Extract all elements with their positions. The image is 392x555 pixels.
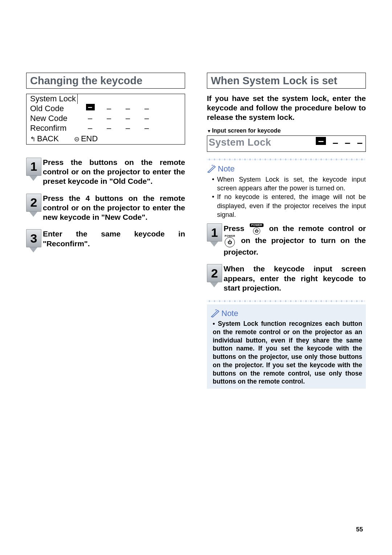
step-text: When the keycode input screen appears, e… [224,264,366,293]
intro-text: If you have set the system lock, enter t… [207,94,366,122]
step-chip: 2 [26,194,41,222]
page-number: 55 [356,526,363,533]
osd-end: ⊝END [74,134,98,143]
dotted-divider [207,300,366,302]
step: 2When the keycode input screen appears, … [207,264,366,293]
lockbar-dashes: –––– [316,137,364,149]
step: 1Press the buttons on the remote control… [26,158,185,186]
osd-row: New Code–––– [26,114,185,123]
manual-page: Changing the keycode System Lock Old Cod… [0,0,392,555]
osd-title: System Lock [30,94,77,104]
osd-row-dashes: –––– [77,114,181,123]
note-label: Note [218,164,234,174]
section-heading-left: Changing the keycode [26,73,185,89]
power-button-remote-icon: POWER⏻ [250,223,264,235]
step-text: Press the 4 buttons on the remote contro… [43,194,185,222]
left-column: Changing the keycode System Lock Old Cod… [26,73,185,533]
osd-back: ↰BACK [30,134,59,143]
osd-row-label: New Code [30,114,77,123]
step-chip: 3 [26,229,41,252]
step: 2Press the 4 buttons on the remote contr… [26,194,185,222]
osd-row: Old Code–––– [26,104,185,114]
osd-row-dashes: –––– [77,104,181,113]
lockbar-caption: ▼Input screen for keycode [207,126,366,135]
note-block-1: Note When System Lock is set, the keycod… [207,163,366,219]
note-body: System Lock function recognizes each but… [211,320,362,386]
step-chip: 2 [207,264,221,293]
step-text: Press the buttons on the remote control … [43,158,185,186]
osd-system-lock: System Lock Old Code––––New Code––––Reco… [26,94,185,145]
osd-row: Reconfirm–––– [26,123,185,133]
step: 3Enter the same keycode in "Reconfirm". [26,229,185,252]
lockbar-title: System Lock [209,137,271,148]
osd-row-label: Reconfirm [30,123,77,133]
right-column: When System Lock is set If you have set … [207,73,366,533]
section-heading-right: When System Lock is set [207,73,366,89]
note-block-2: Note System Lock function recognizes eac… [207,304,366,389]
osd-row-label: Old Code [30,104,77,113]
note-icon [211,309,220,317]
note-label: Note [221,309,238,318]
step: 1Press POWER⏻ on the remote control or P… [207,223,366,257]
step-text: Press POWER⏻ on the remote control or PO… [224,223,366,257]
power-button-projector-icon: POWER⏻ [225,235,235,247]
osd-row-dashes: –––– [77,123,181,133]
step-chip: 1 [207,223,221,257]
osd-title-row: System Lock [26,94,185,104]
osd-footer: ↰BACK ⊝END [26,133,185,144]
lockbar: System Lock –––– [207,135,366,152]
note-item: If no keycode is entered, the image will… [213,193,366,219]
note-icon [207,165,216,173]
step-chip: 1 [26,158,41,186]
dotted-divider [207,158,366,161]
step-text: Enter the same keycode in "Reconfirm". [43,229,185,252]
note-item: When System Lock is set, the keycode inp… [213,175,366,193]
